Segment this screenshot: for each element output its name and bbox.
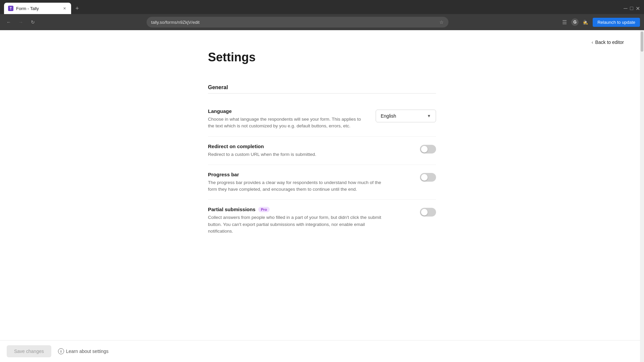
partial-submissions-description: Collect answers from people who filled i… [208,214,389,235]
sidebar-toggle-button[interactable]: ☰ [560,17,569,27]
pro-badge: Pro [258,207,270,212]
scrollbar-thumb[interactable] [641,32,643,52]
language-dropdown[interactable]: English ▼ [376,110,436,122]
reload-button[interactable]: ↻ [28,17,38,27]
info-icon: i [58,348,64,354]
partial-submissions-setting-row: Partial submissions Pro Collect answers … [208,200,436,241]
new-tab-button[interactable]: + [72,4,82,13]
progress-bar-control [420,172,436,182]
toggle-knob [421,174,428,181]
tab-bar-left: T Form - Tally ✕ + [0,3,82,14]
back-chevron-icon: ‹ [592,40,593,45]
toggle-knob [421,209,428,216]
tab-favicon: T [8,6,13,11]
svg-text:T: T [10,7,12,10]
bookmark-icon[interactable]: ☆ [439,19,444,25]
settings-area: Settings General Language Choose in what… [201,30,443,275]
back-nav-button[interactable]: ← [4,17,13,27]
forward-nav-button[interactable]: → [16,17,25,27]
back-to-editor-label: Back to editor [595,40,624,45]
partial-submissions-label: Partial submissions Pro [208,206,407,212]
page-content: ‹ Back to editor Settings General Langua… [0,30,644,362]
toggle-knob [421,146,428,153]
active-tab[interactable]: T Form - Tally ✕ [4,3,71,14]
language-label: Language [208,108,362,114]
window-controls: ─ □ ✕ [623,6,644,11]
save-changes-button[interactable]: Save changes [7,345,51,357]
settings-title: Settings [208,50,436,64]
partial-submissions-setting-info: Partial submissions Pro Collect answers … [208,206,407,235]
toolbar-icons: ☰ G 🕵 [560,17,590,27]
address-text: tally.so/forms/n9ZkjV/edit [151,20,200,25]
page-wrapper: ‹ Back to editor Settings General Langua… [0,30,644,362]
progress-bar-description: The progress bar provides a clear way fo… [208,179,389,193]
redirect-control [420,143,436,154]
language-control: English ▼ [376,108,436,122]
redirect-label: Redirect on completion [208,143,407,149]
redirect-description: Redirect to a custom URL when the form i… [208,151,389,158]
bottom-bar: Save changes i Learn about settings [0,340,644,362]
scrollbar-track[interactable] [640,30,644,362]
relaunch-button[interactable]: Relaunch to update [593,18,640,27]
tab-close-button[interactable]: ✕ [62,6,67,11]
language-setting-info: Language Choose in what language the res… [208,108,362,130]
incognito-icon[interactable]: 🕵 [581,17,590,27]
general-section-title: General [208,84,436,90]
tab-title: Form - Tally [16,6,59,11]
address-bar-icons: ☆ [439,19,444,25]
google-icon[interactable]: G [571,18,579,26]
language-value: English [381,113,396,119]
address-bar-row: ← → ↻ tally.so/forms/n9ZkjV/edit ☆ ☰ G 🕵… [0,14,644,30]
redirect-setting-info: Redirect on completion Redirect to a cus… [208,143,407,158]
chevron-down-icon: ▼ [427,114,431,118]
section-divider [208,93,436,94]
address-bar[interactable]: tally.so/forms/n9ZkjV/edit ☆ [147,17,448,27]
redirect-setting-row: Redirect on completion Redirect to a cus… [208,137,436,165]
learn-about-settings-link[interactable]: i Learn about settings [58,348,109,354]
progress-bar-setting-info: Progress bar The progress bar provides a… [208,172,407,193]
language-setting-row: Language Choose in what language the res… [208,102,436,137]
maximize-button[interactable]: □ [629,6,634,11]
progress-bar-toggle[interactable] [420,173,436,182]
back-to-editor-link[interactable]: ‹ Back to editor [592,40,624,45]
learn-about-settings-label: Learn about settings [66,349,109,354]
redirect-toggle[interactable] [420,145,436,154]
general-section: General Language Choose in what language… [208,84,436,241]
tab-bar: T Form - Tally ✕ + ─ □ ✕ [0,0,644,14]
minimize-button[interactable]: ─ [623,6,628,11]
partial-submissions-control [420,206,436,217]
partial-submissions-toggle[interactable] [420,208,436,217]
language-description: Choose in what language the respondents … [208,116,362,130]
progress-bar-label: Progress bar [208,172,407,177]
close-button[interactable]: ✕ [635,6,640,11]
progress-bar-setting-row: Progress bar The progress bar provides a… [208,165,436,200]
browser-chrome: T Form - Tally ✕ + ─ □ ✕ ← → ↻ tally.so/… [0,0,644,30]
